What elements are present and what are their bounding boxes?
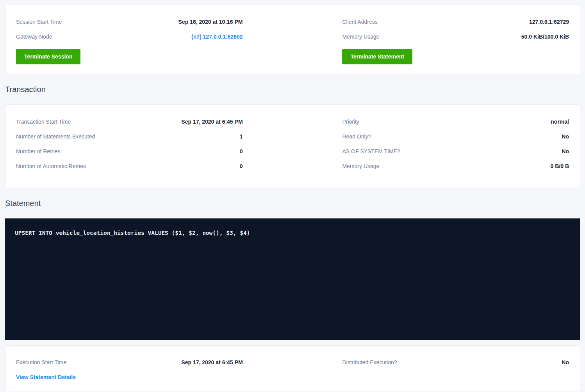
gateway-node-label: Gateway Node — [16, 33, 52, 40]
gateway-node-row: Gateway Node (n7) 127.0.0.1:62602 — [16, 29, 243, 44]
session-summary-left-column: Session Start Time Sep 16, 2020 at 10:16… — [16, 14, 243, 64]
transaction-right-column: Priority normal Read Only? No AS OF SYST… — [342, 114, 569, 174]
execution-left-column: Execution Start Time Sep 17, 2020 at 6:4… — [16, 355, 243, 384]
transaction-left-column: Transaction Start Time Sep 17, 2020 at 6… — [16, 114, 243, 174]
read-only-value: No — [562, 133, 569, 140]
priority-value: normal — [551, 118, 569, 125]
execution-start-time-value: Sep 17, 2020 at 6:45 PM — [181, 359, 243, 366]
automatic-retries-label: Number of Automatic Retries — [16, 163, 86, 170]
session-summary-right-column: Client Address 127.0.0.1:62729 Memory Us… — [342, 14, 569, 64]
session-summary-card: Session Start Time Sep 16, 2020 at 10:16… — [5, 5, 580, 74]
automatic-retries-row: Number of Automatic Retries 0 — [16, 159, 243, 174]
gateway-node-link[interactable]: (n7) 127.0.0.1:62602 — [191, 33, 243, 40]
execution-card: Execution Start Time Sep 17, 2020 at 6:4… — [5, 345, 580, 391]
distributed-execution-row: Distributed Execution? No — [342, 355, 569, 370]
read-only-row: Read Only? No — [342, 129, 569, 144]
session-memory-usage-row: Memory Usage 50.0 KiB/100.0 KiB — [342, 29, 569, 44]
execution-start-time-label: Execution Start Time — [16, 359, 66, 366]
session-memory-usage-value: 50.0 KiB/100.0 KiB — [521, 33, 569, 40]
priority-row: Priority normal — [342, 114, 569, 129]
statements-executed-value: 1 — [240, 133, 243, 140]
statement-section-heading: Statement — [5, 198, 580, 208]
transaction-start-time-label: Transaction Start Time — [16, 118, 71, 125]
transaction-memory-usage-label: Memory Usage — [342, 163, 379, 170]
client-address-row: Client Address 127.0.0.1:62729 — [342, 14, 569, 29]
terminate-statement-button[interactable]: Terminate Statement — [342, 49, 412, 64]
transaction-memory-usage-value: 0 B/0 B — [551, 163, 569, 170]
transaction-card: Transaction Start Time Sep 17, 2020 at 6… — [5, 105, 580, 188]
transaction-start-time-row: Transaction Start Time Sep 17, 2020 at 6… — [16, 114, 243, 129]
distributed-execution-value: No — [562, 359, 569, 366]
as-of-system-time-label: AS OF SYSTEM TIME? — [342, 148, 400, 155]
priority-label: Priority — [342, 118, 359, 125]
retries-row: Number of Retries 0 — [16, 144, 243, 159]
view-statement-details-link[interactable]: View Statement Details — [16, 374, 76, 380]
statement-sql-text: UPSERT INTO vehicle_location_histories V… — [15, 230, 250, 236]
execution-right-column: Distributed Execution? No — [342, 355, 569, 384]
distributed-execution-label: Distributed Execution? — [342, 359, 397, 366]
session-start-time-value: Sep 16, 2020 at 10:16 PM — [178, 18, 243, 25]
statement-sql-box: UPSERT INTO vehicle_location_histories V… — [5, 218, 580, 340]
transaction-section-heading: Transaction — [5, 84, 580, 94]
execution-start-time-row: Execution Start Time Sep 17, 2020 at 6:4… — [16, 355, 243, 370]
session-memory-usage-label: Memory Usage — [342, 33, 379, 40]
as-of-system-time-row: AS OF SYSTEM TIME? No — [342, 144, 569, 159]
statements-executed-row: Number of Statements Executed 1 — [16, 129, 243, 144]
transaction-memory-usage-row: Memory Usage 0 B/0 B — [342, 159, 569, 174]
client-address-value: 127.0.0.1:62729 — [529, 18, 569, 25]
client-address-label: Client Address — [342, 18, 377, 25]
session-start-time-row: Session Start Time Sep 16, 2020 at 10:16… — [16, 14, 243, 29]
transaction-start-time-value: Sep 17, 2020 at 6:45 PM — [181, 118, 243, 125]
retries-label: Number of Retries — [16, 148, 61, 155]
view-statement-details-row: View Statement Details — [16, 372, 243, 383]
automatic-retries-value: 0 — [240, 163, 243, 170]
retries-value: 0 — [240, 148, 243, 155]
read-only-label: Read Only? — [342, 133, 371, 140]
session-start-time-label: Session Start Time — [16, 18, 62, 25]
statements-executed-label: Number of Statements Executed — [16, 133, 95, 140]
as-of-system-time-value: No — [562, 148, 569, 155]
terminate-session-button[interactable]: Terminate Session — [16, 49, 80, 64]
session-details-page: Session Start Time Sep 16, 2020 at 10:16… — [0, 0, 585, 391]
